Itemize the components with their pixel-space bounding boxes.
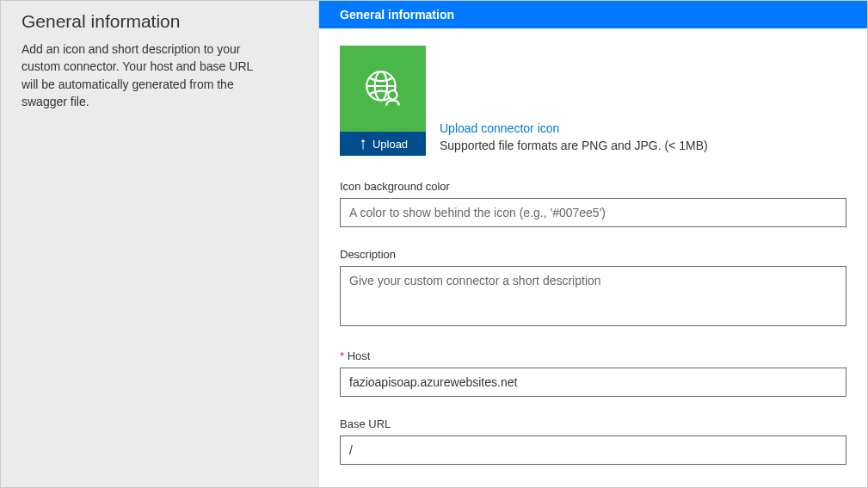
bgcolor-label: Icon background color [340, 180, 846, 193]
icon-stack: ⭡ Upload [340, 46, 426, 156]
baseurl-label: Base URL [340, 417, 846, 430]
upload-icon: ⭡ [358, 138, 369, 151]
host-label-text: Host [348, 349, 371, 362]
host-label: * Host [340, 349, 846, 362]
globe-user-icon [361, 66, 404, 112]
upload-hint: Supported file formats are PNG and JPG. … [440, 139, 708, 152]
main-header-title: General information [340, 8, 454, 22]
field-description: Description [340, 248, 846, 329]
upload-icon-link[interactable]: Upload connector icon [440, 121, 708, 135]
svg-point-3 [388, 90, 397, 99]
required-mark: * [340, 349, 344, 362]
field-host: * Host [340, 349, 846, 397]
baseurl-input[interactable] [340, 435, 846, 465]
connector-icon-tile [340, 46, 426, 132]
field-baseurl: Base URL [340, 417, 846, 465]
icon-text-block: Upload connector icon Supported file for… [440, 121, 708, 156]
main-header: General information [319, 1, 867, 28]
sidebar-title: General information [22, 11, 298, 32]
bgcolor-input[interactable] [340, 198, 846, 227]
sidebar: General information Add an icon and shor… [1, 1, 319, 487]
description-label: Description [340, 248, 846, 261]
upload-button-label: Upload [372, 138, 408, 151]
field-bgcolor: Icon background color [340, 180, 846, 227]
description-input[interactable] [340, 266, 846, 326]
upload-button[interactable]: ⭡ Upload [340, 132, 426, 156]
main-panel: General information [319, 1, 867, 487]
sidebar-description: Add an icon and short description to you… [22, 40, 254, 110]
host-input[interactable] [340, 368, 846, 397]
page-layout: General information Add an icon and shor… [1, 1, 867, 487]
main-body: ⭡ Upload Upload connector icon Supported… [319, 28, 867, 487]
icon-section: ⭡ Upload Upload connector icon Supported… [340, 46, 846, 156]
